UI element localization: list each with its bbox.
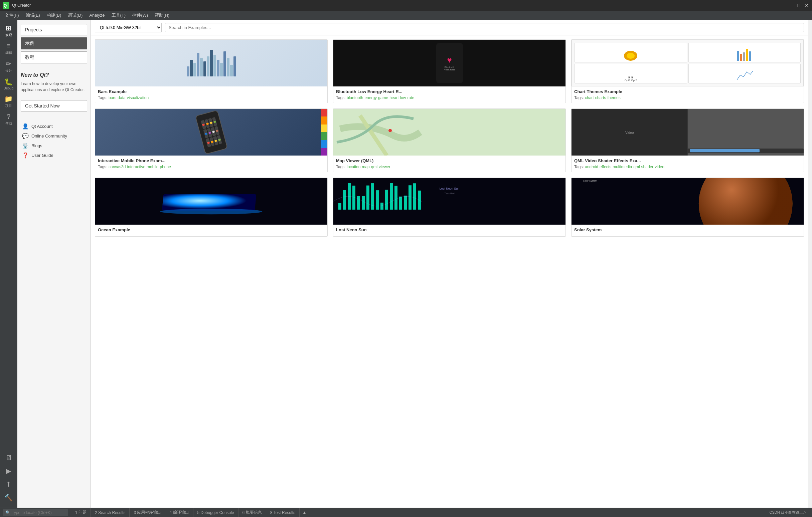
example-tag-effects[interactable]: effects [600, 164, 611, 169]
example-tag-location[interactable]: location [347, 164, 360, 169]
sidebar-item-welcome[interactable]: ⊞ 欢迎 [1, 22, 17, 39]
menu-build[interactable]: 构建(B) [44, 11, 64, 20]
get-started-button[interactable]: Get Started Now [21, 100, 87, 112]
scroll-indicator[interactable] [808, 20, 812, 508]
example-card-0[interactable]: Bars ExampleTags: barsdatavisualization [95, 39, 328, 103]
version-select[interactable]: Qt 5.9.0 MinGW 32bit Qt 5.9.0 MSVC 2015 … [95, 23, 162, 32]
community-links: 👤 Qt Account 💬 Online Community 📡 Blogs … [21, 121, 87, 160]
example-tag-energy[interactable]: energy [365, 95, 377, 100]
nav-tutorials-button[interactable]: 教程 [21, 52, 87, 63]
example-thumb-chart: ◉ ◉Opt1 Opt2 [572, 40, 804, 86]
tab-summary-label: 概要信息 [246, 510, 262, 515]
sidebar-item-edit[interactable]: ≡ 编辑 [1, 40, 17, 57]
example-card-7[interactable]: Lost Neon Sun Tinshifted Lost Neon Sun [333, 178, 566, 237]
svg-rect-27 [362, 196, 365, 210]
search-input[interactable] [165, 23, 804, 32]
example-tag-qml[interactable]: qml [633, 164, 640, 169]
example-thumb-map [334, 109, 566, 155]
example-tag-visualization[interactable]: visualization [127, 95, 149, 100]
example-card-8[interactable]: Solar System Solar System [571, 178, 804, 237]
example-tag-android[interactable]: android [585, 164, 598, 169]
example-card-5[interactable]: Video QML Video Shader Effects Exa...Tag… [571, 109, 804, 172]
online-community-link[interactable]: 💬 Online Community [21, 131, 87, 141]
sidebar-bottom: 🖥 ▶ ⬆ 🔨 [1, 452, 17, 508]
example-card-3[interactable]: 🔴🟠🟡🟢🔵🟣⚪🟤🔴🟠🟡🟢 Interactive Mobile Phone Ex… [95, 109, 328, 172]
example-tag-mobile[interactable]: mobile [147, 164, 158, 169]
example-tag-video[interactable]: video [655, 164, 664, 169]
device-icon: 🖥 [5, 454, 12, 462]
menu-debug[interactable]: 调试(D) [64, 11, 86, 20]
menu-analyze[interactable]: Analyze [86, 11, 108, 19]
statusbar-search: 🔍 [3, 509, 68, 516]
menu-file[interactable]: 文件(F) [1, 11, 22, 20]
sidebar-item-run[interactable]: ▶ [1, 465, 17, 478]
example-tag-phone[interactable]: phone [160, 164, 171, 169]
example-title-1: Bluetooth Low Energy Heart R... [336, 89, 563, 94]
sidebar-item-projects[interactable]: 📁 项目 [1, 93, 17, 110]
blogs-link[interactable]: 📡 Blogs [21, 141, 87, 151]
debug-icon: 🐛 [4, 78, 13, 86]
svg-rect-32 [385, 190, 388, 210]
example-tag-map[interactable]: map [362, 164, 370, 169]
example-tag-bluetooth[interactable]: bluetooth [347, 95, 363, 100]
statusbar-tab-summary[interactable]: 6 概要信息 [238, 508, 266, 517]
menu-help[interactable]: 帮助(H) [151, 11, 173, 20]
example-card-6[interactable]: Ocean Example [95, 178, 328, 237]
statusbar-tab-issues[interactable]: 1 问题 [71, 508, 91, 517]
nav-projects-button[interactable]: Projects [21, 24, 87, 35]
example-tag-bars[interactable]: bars [109, 95, 116, 100]
example-info-3: Interactive Mobile Phone Exam...Tags: ca… [95, 155, 327, 172]
sidebar-item-design[interactable]: ✏ 设计 [1, 58, 17, 75]
statusbar-tab-test[interactable]: 8 Test Results [266, 508, 300, 517]
example-card-2[interactable]: ◉ ◉Opt1 Opt2Chart Themes ExampleTags: ch… [571, 39, 804, 103]
example-tag-game[interactable]: game [378, 95, 388, 100]
nav-examples-button[interactable]: 示例 [21, 37, 87, 50]
example-tag-data[interactable]: data [118, 95, 125, 100]
maximize-button[interactable]: □ [796, 3, 801, 8]
statusbar: 🔍 1 问题 2 Search Results 3 应用程序输出 4 编译输出 … [0, 508, 812, 517]
statusbar-tab-app-output[interactable]: 3 应用程序输出 [129, 508, 165, 517]
sidebar-item-debug[interactable]: 🐛 Debug [1, 76, 17, 92]
example-tag-themes[interactable]: themes [607, 95, 620, 100]
example-tag-charts[interactable]: charts [595, 95, 606, 100]
new-to-qt-section: New to Qt? Learn how to develop your own… [21, 72, 87, 93]
close-button[interactable]: ✕ [804, 3, 809, 8]
user-guide-link[interactable]: ❓ User Guide [21, 151, 87, 160]
example-tag-chart[interactable]: chart [585, 95, 594, 100]
statusbar-tab-compile[interactable]: 4 编译输出 [165, 508, 193, 517]
sidebar-item-device[interactable]: 🖥 [1, 452, 17, 464]
example-tag-rate[interactable]: rate [407, 95, 414, 100]
tab-debugger-number: 5 [197, 510, 200, 515]
statusbar-tab-search[interactable]: 2 Search Results [91, 508, 129, 517]
titlebar: Q Qt Creator — □ ✕ [0, 0, 812, 11]
example-card-1[interactable]: ♥BluetoothHeart RateBluetooth Low Energy… [333, 39, 566, 103]
example-tag-viewer[interactable]: viewer [379, 164, 390, 169]
menu-edit[interactable]: 编辑(E) [22, 11, 44, 20]
qt-account-link[interactable]: 👤 Qt Account [21, 121, 87, 131]
help-icon: ? [7, 113, 10, 121]
sidebar-item-help[interactable]: ? 帮助 [1, 111, 17, 128]
svg-text:Q: Q [4, 3, 7, 8]
sidebar-item-build[interactable]: 🔨 [1, 492, 17, 504]
statusbar-tab-debugger[interactable]: 5 Debugger Console [194, 508, 238, 517]
svg-rect-26 [357, 196, 360, 210]
example-tag-shader[interactable]: shader [641, 164, 654, 169]
example-tag-interactive[interactable]: interactive [127, 164, 145, 169]
example-tag-low[interactable]: low [400, 95, 406, 100]
example-tag-canvas3d[interactable]: canvas3d [109, 164, 125, 169]
run-icon: ▶ [6, 467, 11, 475]
menu-widgets[interactable]: 控件(W) [129, 11, 151, 20]
example-tag-multimedia[interactable]: multimedia [613, 164, 632, 169]
build-icon: 🔨 [4, 494, 13, 501]
example-tag-heart[interactable]: heart [389, 95, 399, 100]
svg-rect-23 [343, 190, 346, 210]
statusbar-expand[interactable]: ▲ [302, 508, 307, 517]
example-card-4[interactable]: Map Viewer (QML)Tags: locationmapqmlview… [333, 109, 566, 172]
minimize-button[interactable]: — [788, 3, 793, 8]
svg-rect-37 [408, 185, 411, 210]
example-info-0: Bars ExampleTags: barsdatavisualization [95, 86, 327, 103]
sidebar-item-deploy[interactable]: ⬆ [1, 478, 17, 491]
menu-tools[interactable]: 工具(T) [108, 11, 129, 20]
example-tag-qml[interactable]: qml [371, 164, 377, 169]
locate-input[interactable] [12, 510, 65, 515]
